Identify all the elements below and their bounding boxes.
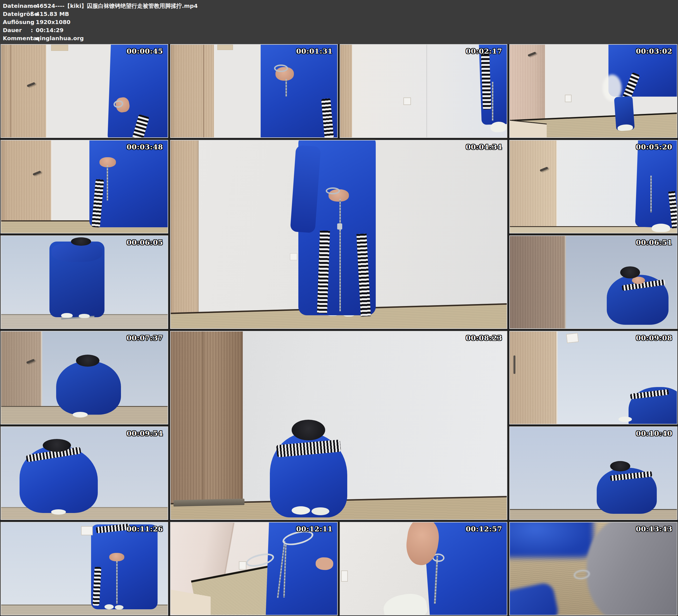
timestamp-overlay: 00:11:26	[126, 525, 163, 533]
frame-art	[171, 523, 337, 615]
frame-art	[1, 141, 167, 233]
chain-shape	[650, 176, 652, 213]
video-frame-thumbnail: 00:06:05	[1, 235, 168, 329]
sock-shape	[652, 224, 670, 232]
timestamp-overlay: 00:05:20	[636, 143, 672, 151]
timestamp-overlay: 00:12:57	[466, 525, 502, 533]
frame-art	[510, 332, 677, 424]
sock-shape	[552, 565, 588, 587]
crouching-figure-shape	[56, 361, 121, 415]
timestamp-overlay: 00:09:54	[126, 429, 163, 437]
meta-value-filesize: 415.83 MB	[36, 10, 678, 18]
timestamp-overlay: 00:03:48	[126, 143, 163, 151]
outlet-shape	[239, 561, 247, 570]
timestamp-overlay: 00:06:51	[636, 238, 672, 246]
meta-row-duration: Dauer : 00:14:29	[3, 26, 678, 34]
video-frame-thumbnail: 00:10:40	[509, 426, 677, 520]
hair-shape	[76, 355, 99, 367]
door-shape	[510, 332, 558, 424]
video-frame-thumbnail: 00:05:20	[509, 140, 677, 233]
meta-label: Kommentar	[3, 34, 31, 42]
door-shape	[510, 141, 558, 233]
meta-row-filesize: Dateigröße : 415.83 MB	[3, 10, 678, 18]
outlet-shape	[341, 571, 348, 582]
timestamp-overlay: 00:13:43	[636, 525, 672, 533]
gray-foreground-foot-shape	[587, 523, 677, 615]
video-frame-thumbnail: 00:12:11	[170, 522, 338, 615]
video-frame-thumbnail: 00:00:45	[1, 44, 168, 138]
meta-separator: :	[31, 26, 36, 34]
door-shape	[340, 45, 353, 138]
hair-shape	[610, 461, 630, 471]
frame-art	[1, 427, 167, 519]
frame-art	[510, 45, 677, 138]
meta-label: Dateigröße	[3, 10, 31, 18]
sock-shape	[382, 591, 429, 615]
video-frame-thumbnail: 00:01:31	[170, 44, 338, 138]
meta-label: Dateiname	[3, 2, 31, 10]
prisoner-leg-shape	[614, 96, 635, 131]
hands-shape	[329, 189, 349, 202]
meta-separator: :	[31, 18, 36, 26]
light-switch-shape	[81, 526, 93, 535]
frame-art	[1, 523, 167, 615]
meta-value-resolution: 1920x1080	[36, 18, 678, 26]
video-frame-thumbnail-large: 00:04:34	[170, 140, 507, 329]
meta-separator: :	[31, 2, 36, 10]
video-frame-thumbnail: 00:09:08	[509, 331, 677, 424]
chain-shape	[339, 199, 341, 312]
blue-fabric-shape	[510, 523, 593, 557]
frame-art	[1, 332, 167, 424]
wall-panel-shape	[217, 45, 233, 50]
frame-art	[171, 332, 507, 519]
sock-shape	[73, 412, 88, 418]
video-frame-thumbnail: 00:06:51	[509, 235, 677, 329]
chain-shape	[107, 165, 108, 200]
video-frame-thumbnail: 00:02:17	[340, 44, 507, 138]
frame-art	[340, 523, 507, 615]
door-shape	[1, 45, 47, 138]
meta-value-duration: 00:14:29	[36, 26, 678, 34]
video-frame-thumbnail: 00:07:37	[1, 331, 168, 424]
meta-row-filename: Dateiname : 46524----【kiki】囚服白袜镣铐绝望行走被管教…	[3, 2, 678, 10]
meta-row-resolution: Auflösung : 1920x1080	[3, 18, 678, 26]
video-frame-thumbnail: 00:09:54	[1, 426, 168, 520]
meta-label: Auflösung	[3, 18, 31, 26]
timestamp-overlay: 00:08:23	[466, 334, 502, 342]
door-shape	[510, 236, 566, 329]
video-frame-thumbnail: 00:11:26	[1, 522, 168, 615]
door-shape	[171, 45, 215, 138]
metadata-header: Dateiname : 46524----【kiki】囚服白袜镣铐绝望行走被管教…	[0, 0, 678, 44]
frame-art	[171, 141, 507, 329]
chain-shape	[286, 79, 287, 97]
outlet-shape	[403, 98, 411, 105]
blue-fabric-shape	[510, 581, 560, 615]
timestamp-overlay: 00:01:31	[296, 47, 333, 55]
door-shape	[1, 141, 52, 233]
timestamp-overlay: 00:04:34	[466, 143, 502, 151]
frame-art	[1, 45, 167, 138]
meta-value-filename: 46524----【kiki】囚服白袜镣铐绝望行走被管教用脚揉拧.mp4	[36, 2, 678, 10]
hands-shape	[275, 67, 294, 81]
sock-shape	[618, 417, 632, 422]
frame-art	[340, 45, 507, 138]
frame-art	[510, 141, 677, 233]
frame-art	[510, 523, 677, 615]
chain-shape	[492, 82, 493, 121]
meta-label: Dauer	[3, 26, 31, 34]
hair-shape	[292, 420, 325, 440]
light-switch-shape	[566, 333, 579, 343]
meta-row-comment: Kommentar : qinglanhua.org	[3, 34, 678, 42]
timestamp-overlay: 00:10:40	[636, 429, 672, 437]
wall-panel-shape	[51, 45, 69, 51]
timestamp-overlay: 00:03:02	[636, 47, 672, 55]
timestamp-overlay: 00:06:05	[126, 238, 163, 246]
frame-art	[510, 427, 677, 519]
frame-art	[171, 45, 337, 138]
door-shape	[171, 332, 243, 506]
meta-separator: :	[31, 10, 36, 18]
timestamp-overlay: 00:00:45	[126, 47, 163, 55]
timestamp-overlay: 00:12:11	[296, 525, 333, 533]
video-frame-thumbnail: 00:13:43	[509, 522, 677, 615]
meta-separator: :	[31, 34, 36, 42]
